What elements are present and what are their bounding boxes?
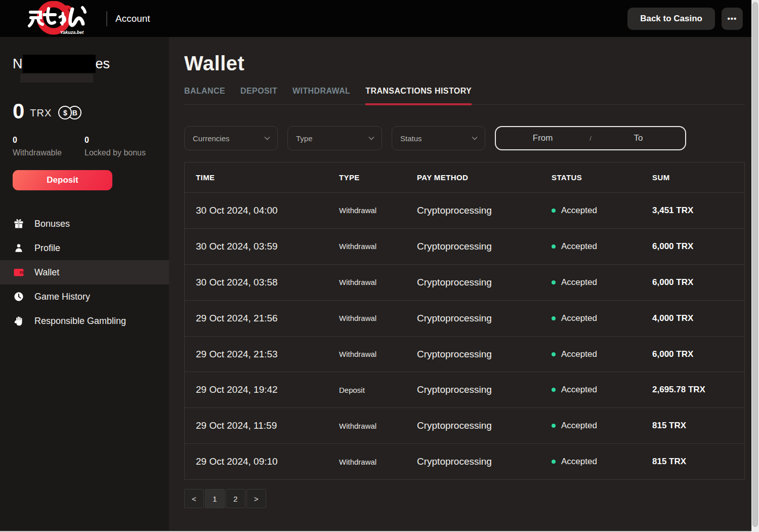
date-range-input[interactable]: From / To (495, 126, 686, 150)
cell-time: 29 Oct 2024, 11:59 (185, 420, 328, 431)
date-to-field[interactable]: To (592, 133, 685, 143)
more-options-button[interactable]: ••• (722, 8, 743, 30)
cell-time: 29 Oct 2024, 21:53 (185, 349, 328, 360)
cell-sum: 6,000 TRX (641, 241, 744, 252)
section-label: Account (115, 13, 150, 24)
back-to-casino-button[interactable]: Back to Casino (627, 8, 715, 30)
vertical-scrollbar[interactable] (751, 0, 759, 532)
status-dot-icon (552, 424, 556, 428)
transactions-table: TIME TYPE PAY METHOD STATUS SUM 30 Oct 2… (184, 162, 745, 480)
cell-status: Accepted (540, 313, 641, 323)
table-row: 30 Oct 2024, 04:00 Withdrawal Cryptoproc… (185, 192, 744, 228)
sidebar-item-label: Responsible Gambling (34, 316, 126, 326)
balance-currency: TRX (30, 107, 52, 119)
type-select-value: Type (296, 134, 368, 143)
balance: 0 TRX $ B (13, 101, 169, 122)
cell-time: 30 Oct 2024, 03:59 (185, 241, 328, 252)
cell-type: Withdrawal (328, 350, 406, 358)
withdrawable-stat: 0 Withdrawable (13, 136, 85, 157)
sidebar-item-label: Game History (34, 292, 90, 302)
cell-pay-method: Cryptoprocessing (406, 313, 540, 324)
cell-status: Accepted (540, 421, 641, 431)
hand-icon (13, 315, 25, 327)
deposit-button[interactable]: Deposit (13, 170, 112, 190)
yakuza-bet-logo[interactable]: Yakuza.bet (22, 1, 94, 36)
pagination-prev-button[interactable]: < (184, 489, 204, 508)
sidebar-item-game-history[interactable]: Game History (0, 284, 169, 309)
status-select-value: Status (400, 134, 472, 143)
cell-type: Withdrawal (328, 278, 406, 287)
pagination-next-button[interactable]: > (246, 489, 266, 508)
sidebar: N es 0 TRX $ B 0 Withdrawable 0 Locked b… (0, 37, 169, 530)
main-content: Wallet BALANCE DEPOSIT WITHDRAWAL TRANSA… (169, 37, 751, 530)
cell-type: Withdrawal (328, 314, 406, 322)
status-text: Accepted (561, 241, 597, 252)
column-header-time: TIME (185, 173, 328, 182)
person-icon (13, 242, 25, 254)
status-text: Accepted (561, 421, 597, 431)
locked-value: 0 (85, 136, 156, 145)
status-dot-icon (552, 244, 556, 249)
scrollbar-thumb[interactable] (752, 2, 758, 527)
sidebar-menu: Bonuses Profile (0, 212, 169, 333)
type-select[interactable]: Type (287, 126, 382, 150)
chevron-down-icon (472, 136, 478, 140)
status-text: Accepted (561, 349, 597, 359)
cell-type: Withdrawal (328, 206, 406, 215)
chevron-down-icon (368, 136, 374, 140)
wallet-tabs: BALANCE DEPOSIT WITHDRAWAL TRANSACTIONS … (184, 87, 745, 105)
cell-status: Accepted (540, 385, 641, 395)
cell-type: Deposit (328, 386, 406, 394)
logo-subtext: Yakuza.bet (60, 30, 85, 35)
cell-pay-method: Cryptoprocessing (406, 384, 540, 395)
sidebar-item-bonuses[interactable]: Bonuses (0, 212, 169, 236)
tab-transactions-history[interactable]: TRANSACTIONS HISTORY (365, 87, 472, 104)
cell-sum: 6,000 TRX (641, 349, 744, 359)
status-dot-icon (552, 460, 556, 464)
cell-status: Accepted (540, 241, 641, 252)
date-from-field[interactable]: From (496, 133, 589, 143)
cell-sum: 3,451 TRX (641, 206, 744, 216)
secondary-redaction-box (20, 74, 93, 83)
table-row: 29 Oct 2024, 19:42 Deposit Cryptoprocess… (185, 372, 744, 407)
cell-time: 29 Oct 2024, 09:10 (185, 456, 328, 467)
tab-deposit[interactable]: DEPOSIT (240, 87, 277, 104)
sidebar-item-responsible-gambling[interactable]: Responsible Gambling (0, 309, 169, 333)
cell-pay-method: Cryptoprocessing (406, 277, 540, 288)
sidebar-item-profile[interactable]: Profile (0, 236, 169, 260)
header-divider (106, 11, 107, 26)
wallet-icon (13, 266, 25, 278)
locked-by-bonus-stat: 0 Locked by bonus (85, 136, 156, 157)
pagination-page-1-button[interactable]: 1 (205, 489, 225, 508)
currency-coins[interactable]: $ B (58, 106, 81, 119)
cell-pay-method: Cryptoprocessing (406, 349, 540, 360)
gift-icon (13, 218, 25, 230)
page-title: Wallet (184, 52, 244, 75)
cell-time: 30 Oct 2024, 04:00 (185, 205, 328, 216)
sidebar-item-wallet[interactable]: Wallet (0, 260, 169, 284)
tab-withdrawal[interactable]: WITHDRAWAL (292, 87, 350, 104)
table-row: 30 Oct 2024, 03:59 Withdrawal Cryptoproc… (185, 228, 744, 264)
status-dot-icon (552, 388, 556, 392)
pagination: < 1 2 > (184, 489, 266, 508)
status-select[interactable]: Status (392, 126, 485, 150)
balance-amount: 0 (13, 101, 24, 122)
pagination-page-2-button[interactable]: 2 (226, 489, 245, 508)
cell-time: 29 Oct 2024, 21:56 (185, 313, 328, 324)
column-header-pay-method: PAY METHOD (406, 173, 540, 182)
cell-sum: 815 TRX (641, 421, 744, 431)
username-suffix: es (96, 56, 110, 72)
status-dot-icon (552, 280, 556, 284)
sidebar-item-label: Wallet (34, 267, 59, 278)
status-text: Accepted (561, 385, 597, 395)
cell-pay-method: Cryptoprocessing (406, 456, 540, 467)
tab-balance[interactable]: BALANCE (184, 87, 225, 104)
cell-status: Accepted (540, 206, 641, 216)
cell-pay-method: Cryptoprocessing (406, 420, 540, 431)
status-dot-icon (552, 352, 556, 356)
status-text: Accepted (561, 206, 597, 216)
cell-type: Withdrawal (328, 458, 406, 466)
currencies-select[interactable]: Currencies (184, 126, 278, 150)
cell-time: 29 Oct 2024, 19:42 (185, 384, 328, 395)
locked-label: Locked by bonus (85, 148, 156, 157)
